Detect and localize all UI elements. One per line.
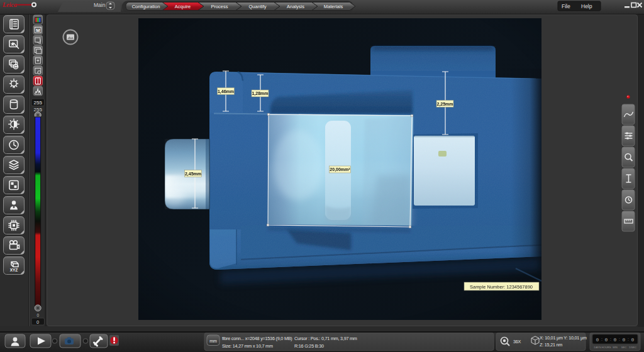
svg-text:mm: mm xyxy=(209,339,217,343)
svg-text:Process: Process xyxy=(211,4,228,9)
svg-text:Z: 15,21 nm: Z: 15,21 nm xyxy=(540,342,562,348)
svg-text:1,46mm: 1,46mm xyxy=(218,89,234,94)
svg-text:Analysis: Analysis xyxy=(287,4,304,9)
svg-text::: : xyxy=(627,338,630,342)
svg-text:0: 0 xyxy=(36,319,39,325)
svg-text:Quantify: Quantify xyxy=(249,4,267,9)
svg-text:Size: 14,27 mm x 10,7 mm: Size: 14,27 mm x 10,7 mm xyxy=(222,343,273,349)
svg-text:255: 255 xyxy=(34,100,43,106)
svg-text:R:16 G:25 B:30: R:16 G:25 B:30 xyxy=(294,343,324,349)
svg-text:Help: Help xyxy=(581,3,592,9)
svg-text:1/SEC: 1/SEC xyxy=(629,346,636,349)
svg-text:Materials: Materials xyxy=(324,4,343,9)
svg-text::: : xyxy=(618,338,621,342)
svg-text:fibre conn... x=2048 y=1536 (: fibre conn... x=2048 y=1536 (9,0 MB) xyxy=(222,336,292,341)
svg-text:1,28mm: 1,28mm xyxy=(252,91,268,96)
svg-text:Sample Number: 1234567890: Sample Number: 1234567890 xyxy=(470,284,533,290)
svg-text:File: File xyxy=(562,3,570,9)
svg-text:DAYS: DAYS xyxy=(594,346,601,349)
svg-text:HOURS: HOURS xyxy=(601,346,611,349)
svg-text:Acquire: Acquire xyxy=(175,4,191,9)
svg-text:Cursor : Pos.: 0,71 mm, 3,97: Cursor : Pos.: 0,71 mm, 3,97 mm xyxy=(294,336,357,341)
svg-text::: : xyxy=(609,338,612,342)
svg-text:255: 255 xyxy=(34,107,43,113)
svg-text:SEC: SEC xyxy=(621,346,627,349)
svg-text::: : xyxy=(601,338,603,342)
svg-text:2,45mm: 2,45mm xyxy=(185,172,201,177)
svg-text:XYZ: XYZ xyxy=(10,268,18,272)
svg-text:20,00mm²: 20,00mm² xyxy=(330,167,350,172)
svg-text:0: 0 xyxy=(631,337,635,343)
svg-text:0: 0 xyxy=(623,337,626,343)
svg-text:M: M xyxy=(36,28,40,33)
svg-text:Configuration: Configuration xyxy=(132,4,160,9)
svg-text:Main: Main xyxy=(94,2,106,8)
svg-text:0: 0 xyxy=(605,337,608,343)
svg-text:X: 10,01 µm Y: 10,01 µm: X: 10,01 µm Y: 10,01 µm xyxy=(540,335,587,341)
svg-text:0: 0 xyxy=(596,337,599,343)
svg-text:MIN: MIN xyxy=(613,346,618,349)
svg-text:36X: 36X xyxy=(513,339,521,344)
svg-text:2,25mm: 2,25mm xyxy=(436,102,453,107)
svg-text:0: 0 xyxy=(36,313,39,317)
svg-text:0: 0 xyxy=(614,337,617,343)
svg-text:Leica: Leica xyxy=(2,1,17,8)
